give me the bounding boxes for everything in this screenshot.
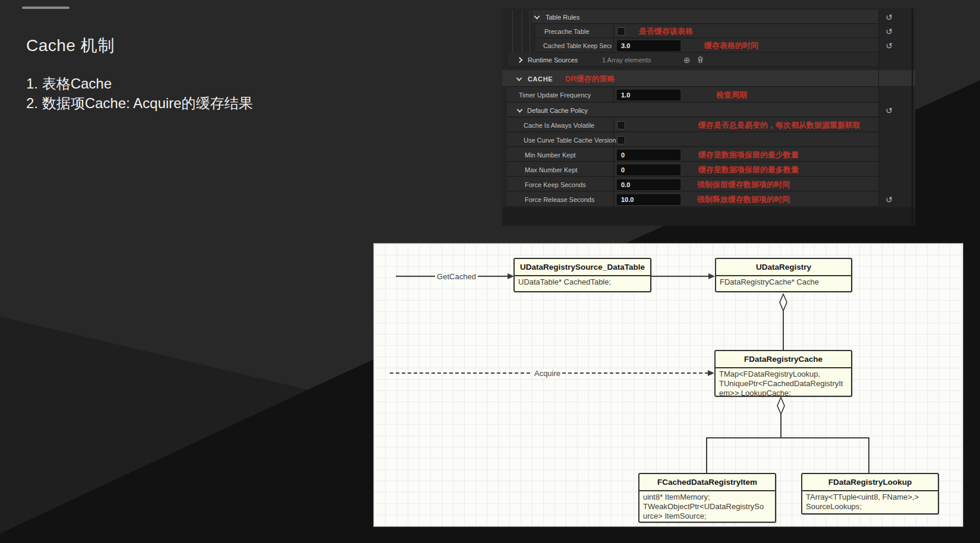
bullet-list: 1. 表格Cache 2. 数据项Cache: Acquire的缓存结果 [26, 74, 253, 113]
class-udataregistry: UDataRegistry FDataRegistryCache* Cache [715, 258, 852, 292]
class-attribute: TArray<TTuple<uint8, FName>,> [806, 493, 934, 502]
row-precache-table[interactable]: Precache Table 是否缓存该表格 ↺ [502, 24, 915, 39]
row-label: Force Keep Seconds [525, 177, 586, 192]
class-name: FDataRegistryLookup [802, 474, 938, 491]
row-max-number-kept[interactable]: Max Number Kept 缓存里数据项保留的最多数量 [502, 162, 915, 177]
getcached-edge-label: GetCached [435, 272, 478, 281]
class-attribute: UDataTable* CachedTable; [518, 277, 647, 287]
array-elements-count: 1 Array elements [602, 53, 651, 67]
force-release-seconds-input[interactable] [617, 194, 680, 205]
row-label: Cache Is Always Volatile [524, 118, 594, 132]
reset-to-default-icon[interactable]: ↺ [886, 192, 893, 207]
panel-footer [502, 207, 915, 226]
accent-bar [22, 7, 70, 9]
delete-icon[interactable] [697, 56, 704, 65]
row-cached-table-keep-seconds[interactable]: Cached Table Keep Secor 缓存表格的时间 ↺ [502, 39, 915, 53]
reset-column-divider [878, 8, 879, 207]
row-background [502, 70, 915, 87]
bullet-item-1: 1. 表格Cache [26, 74, 253, 93]
details-panel: Table Rules ↺ Precache Table 是否缓存该表格 ↺ C… [502, 8, 915, 226]
cache-is-always-volatile-checkbox[interactable] [617, 121, 625, 130]
annotation-text: 缓存里数据项保留的最多数量 [698, 162, 799, 177]
class-name: FCachedDataRegistryItem [639, 474, 775, 491]
cache-branch-stem [780, 414, 782, 438]
class-attribute: TUniquePtr<FCachedDataRegistryIt [719, 379, 847, 389]
annotation-text: 是否缓存该表格 [639, 24, 693, 39]
add-element-icon[interactable]: ⊕ [683, 56, 691, 64]
row-label: Default Cache Policy [527, 103, 588, 118]
class-attribute: TWeakObjectPtr<UDataRegistrySo [643, 502, 771, 512]
class-name: FDataRegistryCache [716, 351, 851, 368]
uml-diagram-canvas: GetCached Acquire UDataRegistrySource_Da… [373, 243, 963, 527]
class-attribute: SourceLookups; [806, 502, 934, 512]
row-table-rules[interactable]: Table Rules ↺ [502, 10, 915, 24]
force-keep-seconds-input[interactable] [617, 179, 680, 190]
cached-table-keep-seconds-input[interactable] [617, 40, 680, 51]
max-number-kept-input[interactable] [617, 165, 680, 175]
row-label: Use Curve Table Cache Version [524, 132, 616, 147]
reset-to-default-icon[interactable]: ↺ [886, 24, 893, 39]
row-label: Min Number Kept [525, 147, 576, 162]
acquire-arrowhead [708, 370, 714, 376]
slide: Cache 机制 1. 表格Cache 2. 数据项Cache: Acquire… [0, 0, 980, 543]
row-timer-update-frequency[interactable]: Timer Update Frequency 检查周期 [502, 87, 915, 103]
row-force-keep-seconds[interactable]: Force Keep Seconds 强制保留缓存数据项的时间 [502, 177, 915, 192]
row-label: Precache Table [544, 24, 590, 39]
class-name: UDataRegistrySource_DataTable [515, 259, 650, 276]
cache-branch-horizontal [706, 437, 869, 438]
row-label: Max Number Kept [525, 162, 578, 177]
timer-update-frequency-input[interactable] [617, 90, 680, 100]
reset-to-default-icon[interactable]: ↺ [886, 39, 893, 53]
precache-table-checkbox[interactable] [617, 27, 625, 36]
source-to-registry-arrowhead [708, 273, 715, 279]
registry-cache-edge [783, 311, 784, 350]
annotation-text: 检查周期 [716, 87, 747, 103]
row-background [532, 10, 878, 24]
annotation-text: 缓存里数据项保留的最少数量 [698, 147, 799, 162]
reset-to-default-icon[interactable]: ↺ [886, 103, 893, 118]
class-attribute: TMap<FDataRegistryLookup, [719, 370, 847, 379]
class-fdataregistrycache: FDataRegistryCache TMap<FDataRegistryLoo… [714, 350, 852, 397]
annotation-text: 缓存表格的时间 [704, 39, 758, 53]
class-attribute: FDataRegistryCache* Cache [720, 277, 847, 287]
branch-left-drop [706, 437, 707, 473]
row-runtime-sources[interactable]: Runtime Sources 1 Array elements ⊕ [502, 53, 915, 67]
source-to-registry-edge [651, 276, 709, 277]
class-attribute: em>> LookupCache; [719, 389, 847, 398]
branch-right-drop [868, 437, 869, 473]
class-name: UDataRegistry [716, 259, 851, 276]
row-label: Cached Table Keep Secor [543, 39, 612, 53]
row-label: Runtime Sources [528, 53, 578, 67]
class-fcacheddataregistryitem: FCachedDataRegistryItem uint8* ItemMemor… [638, 473, 776, 523]
row-use-curve-table-cache-version[interactable]: Use Curve Table Cache Version [502, 132, 915, 147]
min-number-kept-input[interactable] [617, 150, 680, 160]
annotation-text: 强制释放缓存数据项的时间 [697, 192, 790, 207]
class-udataregistrysource-datatable: UDataRegistrySource_DataTable UDataTable… [513, 258, 651, 292]
annotation-text: DR缓存的策略 [565, 70, 615, 87]
row-label: Table Rules [546, 10, 579, 24]
row-label: Timer Update Frequency [519, 87, 591, 103]
section-label: CACHE [528, 70, 553, 87]
row-force-release-seconds[interactable]: Force Release Seconds 强制释放缓存数据项的时间 ↺ [502, 192, 915, 207]
row-cache-section[interactable]: CACHE DR缓存的策略 [502, 70, 915, 87]
row-label: Force Release Seconds [525, 192, 594, 207]
annotation-text: 强制保留缓存数据项的时间 [697, 177, 790, 192]
class-attribute: urce> ItemSource; [643, 512, 771, 521]
row-min-number-kept[interactable]: Min Number Kept 缓存里数据项保留的最少数量 [502, 147, 915, 162]
page-title: Cache 机制 [26, 34, 115, 57]
bullet-item-2: 2. 数据项Cache: Acquire的缓存结果 [26, 93, 253, 113]
row-default-cache-policy[interactable]: Default Cache Policy ↺ [502, 103, 915, 118]
class-attribute: uint8* ItemMemory; [643, 493, 771, 502]
acquire-edge-label: Acquire [532, 369, 562, 378]
annotation-text: 缓存是否总是易变的，每次都从数据源重新获取 [698, 118, 861, 132]
row-cache-is-always-volatile[interactable]: Cache Is Always Volatile 缓存是否总是易变的，每次都从数… [502, 118, 915, 132]
scrollbar[interactable] [912, 8, 913, 226]
use-curve-table-cache-version-checkbox[interactable] [617, 136, 625, 144]
class-fdataregistrylookup: FDataRegistryLookup TArray<TTuple<uint8,… [801, 473, 939, 514]
reset-to-default-icon[interactable]: ↺ [886, 10, 893, 24]
